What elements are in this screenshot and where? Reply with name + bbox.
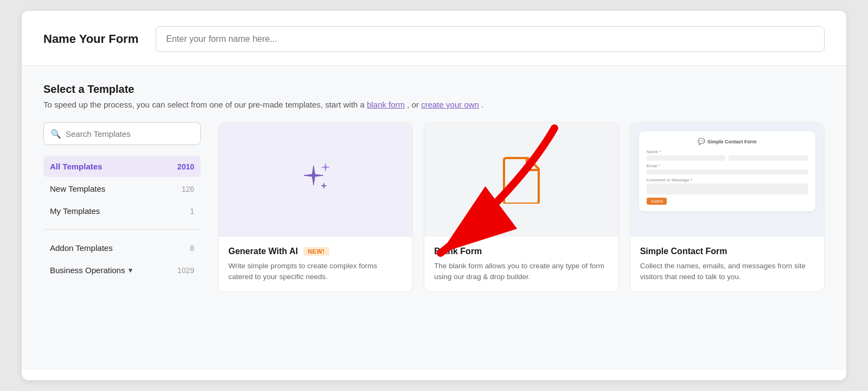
sidebar-item-addon-templates-label: Addon Templates xyxy=(50,243,113,253)
template-card-blank-preview xyxy=(424,123,618,237)
template-card-ai-desc: Write simple prompts to create complex f… xyxy=(228,261,403,283)
select-template-title: Select a Template xyxy=(43,83,825,96)
create-own-link[interactable]: create your own xyxy=(421,100,479,109)
mini-form-icon: 💬 xyxy=(698,138,705,145)
mini-field-message xyxy=(647,184,808,194)
mini-contact-form: 💬 Simple Contact Form Name * Email * Com… xyxy=(639,131,815,211)
mini-field-last xyxy=(729,155,808,161)
template-card-blank-body: Blank Form The blank form allows you to … xyxy=(424,237,618,292)
sidebar-item-business-operations-label: Business Operations xyxy=(50,266,125,275)
sidebar-item-business-operations-count: 1029 xyxy=(177,266,194,275)
template-card-contact-desc: Collect the names, emails, and messages … xyxy=(640,261,814,283)
mini-form-title: Simple Contact Form xyxy=(707,139,757,144)
mini-field-email xyxy=(647,169,808,175)
sidebar-item-my-templates-count: 1 xyxy=(190,207,194,216)
template-card-ai-title: Generate With AI xyxy=(228,247,298,256)
template-card-ai-preview xyxy=(219,123,412,237)
template-card-blank-desc: The blank form allows you to create any … xyxy=(434,261,608,283)
mini-submit-button: Submit xyxy=(647,198,667,205)
sidebar-item-all-templates-label: All Templates xyxy=(50,162,102,171)
sidebar-divider xyxy=(43,229,201,230)
search-input[interactable] xyxy=(66,129,194,138)
sidebar-item-new-templates-label: New Templates xyxy=(50,184,105,193)
sidebar-item-new-templates-count: 126 xyxy=(182,185,194,193)
templates-grid: Generate With AI NEW! Write simple promp… xyxy=(218,122,825,352)
template-card-ai-badge: NEW! xyxy=(303,247,329,256)
select-template-desc: To speed up the process, you can select … xyxy=(43,100,825,109)
sidebar-item-my-templates-label: My Templates xyxy=(50,206,100,216)
blank-doc-icon xyxy=(502,156,541,204)
form-name-input[interactable] xyxy=(156,26,825,52)
sidebar-item-addon-templates-count: 8 xyxy=(190,244,194,253)
template-card-contact-preview: 💬 Simple Contact Form Name * Email * Com… xyxy=(630,123,824,237)
template-card-blank-title: Blank Form xyxy=(434,247,482,256)
sidebar-item-business-operations[interactable]: Business Operations ▼ 1029 xyxy=(43,260,201,281)
search-icon: 🔍 xyxy=(50,129,61,139)
sidebar-item-all-templates-count: 2010 xyxy=(177,162,194,171)
mini-field-first xyxy=(647,155,726,161)
blank-form-link[interactable]: blank form xyxy=(367,100,405,109)
sidebar: 🔍 All Templates 2010 New Templates 126 M… xyxy=(43,122,201,352)
sidebar-item-new-templates[interactable]: New Templates 126 xyxy=(43,178,201,199)
search-box[interactable]: 🔍 xyxy=(43,122,201,145)
template-card-contact-title: Simple Contact Form xyxy=(640,247,727,256)
sidebar-item-all-templates[interactable]: All Templates 2010 xyxy=(43,156,201,177)
template-card-ai-body: Generate With AI NEW! Write simple promp… xyxy=(219,237,412,292)
template-card-contact[interactable]: 💬 Simple Contact Form Name * Email * Com… xyxy=(630,122,825,292)
ai-sparkles-icon xyxy=(294,158,337,201)
chevron-down-icon: ▼ xyxy=(127,267,133,274)
template-card-blank[interactable]: Blank Form The blank form allows you to … xyxy=(424,122,618,292)
main-container: Name Your Form Select a Template To spee… xyxy=(22,11,846,380)
page-title: Name Your Form xyxy=(43,32,138,46)
sidebar-item-my-templates[interactable]: My Templates 1 xyxy=(43,200,201,222)
select-template-section: Select a Template To speed up the proces… xyxy=(22,66,846,109)
content-area: 🔍 All Templates 2010 New Templates 126 M… xyxy=(22,109,846,370)
template-card-ai[interactable]: Generate With AI NEW! Write simple promp… xyxy=(218,122,413,292)
template-card-contact-body: Simple Contact Form Collect the names, e… xyxy=(630,237,824,292)
header-section: Name Your Form xyxy=(22,11,846,66)
sidebar-item-addon-templates[interactable]: Addon Templates 8 xyxy=(43,237,201,258)
